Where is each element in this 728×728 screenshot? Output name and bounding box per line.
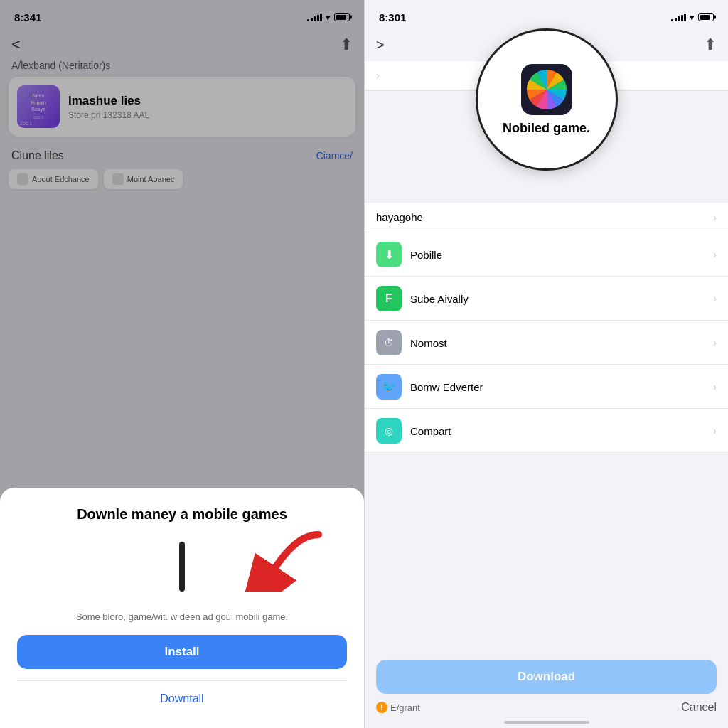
right-wifi-icon: ▾: [690, 12, 695, 23]
list-item-bomw[interactable]: 🐦 Bomw Edverter ›: [365, 365, 728, 409]
circle-game-name: Nobiled game.: [503, 121, 590, 136]
photos-app-icon: [521, 64, 572, 115]
right-battery-icon: [698, 13, 714, 21]
download-button[interactable]: Download: [376, 660, 717, 694]
modal-sheet: Downle maney a mobile games Some bloro, …: [0, 488, 364, 729]
modal-divider: [17, 680, 347, 681]
modal-pill-icon: [179, 542, 185, 592]
modal-icon-area: [17, 535, 347, 599]
list-item-pobille[interactable]: ⬇ Pobille ›: [365, 233, 728, 277]
sube-chevron: ›: [713, 293, 717, 304]
modal-title: Downle maney a mobile games: [77, 505, 287, 523]
info-icon: !: [376, 702, 387, 713]
nomost-label: Nomost: [410, 337, 705, 349]
egrant-label: E/grant: [390, 702, 420, 713]
list-item-nomost[interactable]: ⏱ Nomost ›: [365, 321, 728, 365]
red-arrow-icon: [240, 528, 326, 592]
bottom-actions: ! E/grant Cancel: [376, 701, 717, 714]
install-button[interactable]: Install: [17, 635, 347, 669]
list-item-compart[interactable]: ◎ Compart ›: [365, 410, 728, 453]
first-chevron: ›: [376, 70, 380, 81]
pobille-icon: ⬇: [376, 242, 402, 267]
right-phone: 8:301 ▾ > pubload game ⬆ Nobiled game.: [364, 0, 728, 728]
sube-label: Sube Aivally: [410, 293, 705, 305]
compart-label: Compart: [410, 425, 705, 437]
bomw-icon: 🐦: [376, 374, 402, 400]
right-signal-icon: [671, 13, 686, 21]
right-bottom-area: Download ! E/grant Cancel: [365, 651, 728, 728]
compart-chevron: ›: [713, 425, 717, 437]
downtall-link[interactable]: Downtall: [160, 692, 203, 705]
egrant-area: ! E/grant: [376, 702, 420, 713]
photos-icon: [527, 70, 567, 109]
modal-overlay: Downle maney a mobile games Some bloro, …: [0, 0, 364, 728]
right-status-icons: ▾: [671, 12, 714, 23]
pobille-chevron: ›: [713, 249, 717, 260]
nomost-chevron: ›: [713, 337, 717, 348]
compart-icon: ◎: [376, 418, 402, 444]
left-phone: 8:341 ▾ < ⬆ A/lexband (Neritatior)s Neim: [0, 0, 364, 728]
right-back-chevron[interactable]: >: [376, 37, 385, 53]
hayagohe-chevron: ›: [713, 212, 717, 223]
circle-highlight: Nobiled game.: [476, 28, 618, 171]
modal-description: Some bloro, game/wit. w deen ad goui mob…: [76, 610, 288, 624]
bomw-label: Bomw Edverter: [410, 381, 705, 393]
right-list-container: hayagohe › ⬇ Pobille › F Sube Aivally › …: [365, 203, 728, 454]
list-item-sube[interactable]: F Sube Aivally ›: [365, 277, 728, 321]
hayagohe-label: hayagohe: [376, 211, 705, 223]
list-item-hayagohe[interactable]: hayagohe ›: [365, 203, 728, 232]
sube-icon: F: [376, 286, 402, 311]
right-status-bar: 8:301 ▾: [365, 0, 728, 31]
nomost-icon: ⏱: [376, 330, 402, 355]
right-time: 8:301: [379, 11, 406, 23]
cancel-button[interactable]: Cancel: [681, 701, 717, 714]
right-upload-icon[interactable]: ⬆: [704, 36, 717, 54]
bomw-chevron: ›: [713, 381, 717, 392]
right-home-indicator: [504, 721, 589, 724]
pobille-label: Pobille: [410, 249, 705, 261]
